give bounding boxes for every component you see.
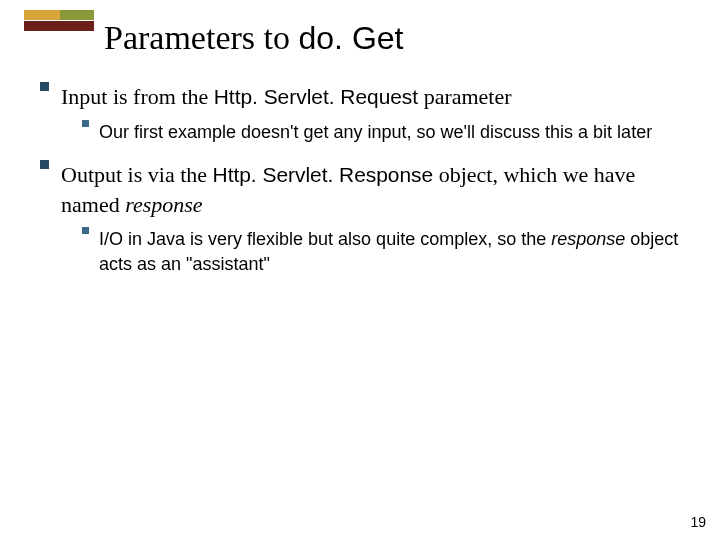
bullet-text: Output is via the Http. Servlet. Respons… xyxy=(61,160,690,219)
sub-pre: I/O in Java is very flexible but also qu… xyxy=(99,229,551,249)
square-bullet-small-icon xyxy=(82,120,89,127)
deco-maroon-block xyxy=(24,21,94,31)
title-text-sans: do. Get xyxy=(299,20,404,56)
sub-bullet-text: Our first example doesn't get any input,… xyxy=(99,120,690,144)
square-bullet-icon xyxy=(40,160,49,169)
bullet-lvl1: Input is from the Http. Servlet. Request… xyxy=(40,82,690,112)
slide-body: Input is from the Http. Servlet. Request… xyxy=(40,82,690,292)
bullet-code: Http. Servlet. Request xyxy=(214,85,418,108)
page-number: 19 xyxy=(690,514,706,530)
sub-bullet-text: I/O in Java is very flexible but also qu… xyxy=(99,227,690,276)
bullet-pre: Input is from the xyxy=(61,84,214,109)
deco-green-block xyxy=(60,10,94,20)
square-bullet-small-icon xyxy=(82,227,89,234)
slide-title: Parameters to do. Get xyxy=(104,18,403,59)
bullet-lvl2: Our first example doesn't get any input,… xyxy=(82,120,690,144)
bullet-lvl2: I/O in Java is very flexible but also qu… xyxy=(82,227,690,276)
bullet-text: Input is from the Http. Servlet. Request… xyxy=(61,82,690,112)
bullet-lvl1: Output is via the Http. Servlet. Respons… xyxy=(40,160,690,219)
bullet-post: parameter xyxy=(418,84,511,109)
square-bullet-icon xyxy=(40,82,49,91)
deco-gold-block xyxy=(24,10,60,20)
bullet-italic: response xyxy=(125,192,202,217)
slide: Parameters to do. Get Input is from the … xyxy=(0,0,720,540)
title-decoration xyxy=(24,10,94,34)
bullet-code: Http. Servlet. Response xyxy=(213,163,434,186)
title-text-serif: Parameters to xyxy=(104,19,299,56)
bullet-pre: Output is via the xyxy=(61,162,213,187)
sub-italic: response xyxy=(551,229,625,249)
